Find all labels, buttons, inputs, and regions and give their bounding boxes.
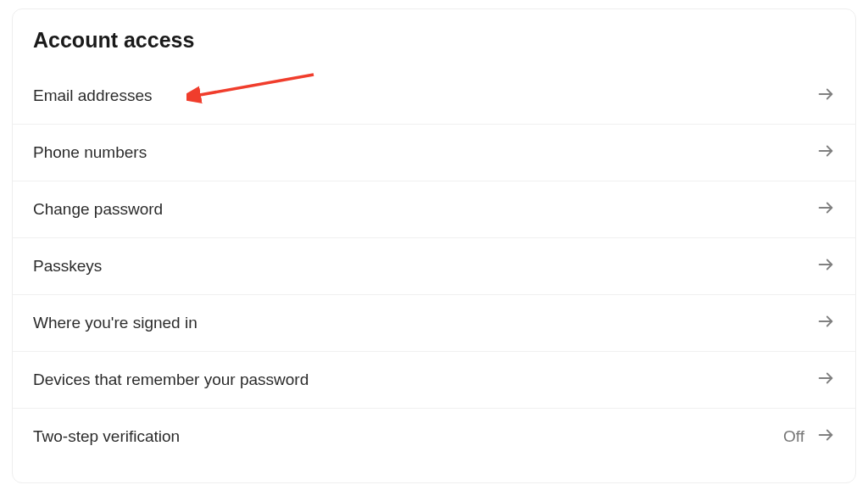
row-devices-remember-password[interactable]: Devices that remember your password [13, 351, 855, 408]
row-right [804, 198, 835, 220]
row-right [804, 312, 835, 334]
row-email-addresses[interactable]: Email addresses [13, 68, 855, 124]
chevron-right-icon [816, 312, 835, 334]
row-change-password[interactable]: Change password [13, 181, 855, 237]
row-label: Devices that remember your password [33, 371, 309, 389]
row-status: Off [783, 427, 804, 446]
row-label: Two-step verification [33, 427, 180, 446]
row-label: Phone numbers [33, 143, 147, 162]
chevron-right-icon [816, 142, 835, 164]
row-label: Change password [33, 200, 163, 219]
row-label: Where you're signed in [33, 314, 198, 332]
row-label: Passkeys [33, 257, 102, 276]
row-right [804, 369, 835, 391]
row-right [804, 142, 835, 164]
row-right [804, 255, 835, 277]
row-two-step-verification[interactable]: Two-step verification Off [13, 408, 855, 465]
row-phone-numbers[interactable]: Phone numbers [13, 124, 855, 181]
chevron-right-icon [816, 85, 835, 107]
chevron-right-icon [816, 255, 835, 277]
row-right [804, 85, 835, 107]
row-passkeys[interactable]: Passkeys [13, 237, 855, 294]
account-access-card: Account access Email addresses Phone num… [12, 8, 856, 483]
chevron-right-icon [816, 369, 835, 391]
row-right: Off [783, 426, 835, 448]
row-where-signed-in[interactable]: Where you're signed in [13, 294, 855, 351]
chevron-right-icon [816, 198, 835, 220]
section-title: Account access [13, 28, 855, 68]
row-label: Email addresses [33, 86, 152, 105]
chevron-right-icon [816, 426, 835, 448]
